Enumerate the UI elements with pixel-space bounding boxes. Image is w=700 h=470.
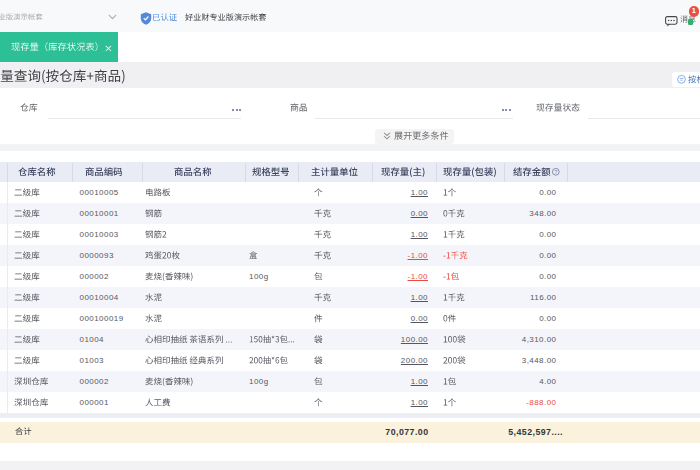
svg-text:?: ? xyxy=(554,169,557,175)
